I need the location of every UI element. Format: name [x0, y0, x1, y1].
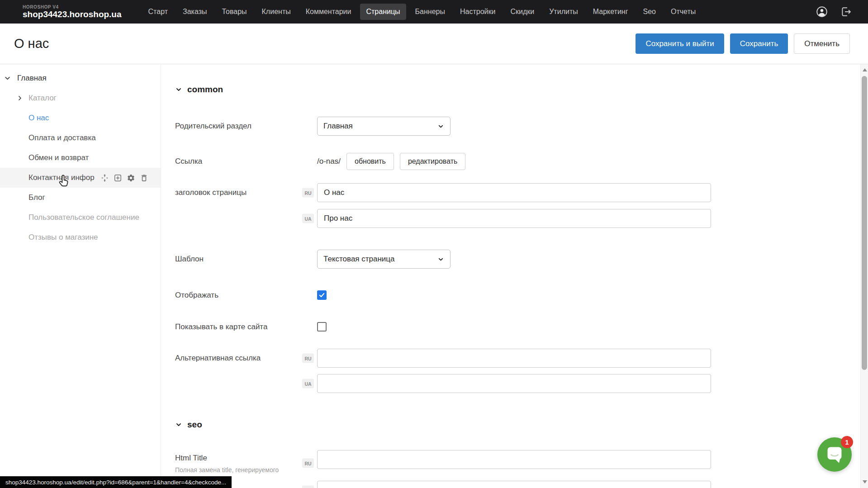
top-nav: HOROSHOP V4 shop34423.horoshop.ua Старт … — [0, 0, 868, 24]
page: HOROSHOP V4 shop34423.horoshop.ua Старт … — [0, 0, 868, 488]
cancel-button[interactable]: Отменить — [794, 33, 850, 54]
tree-item-label: Оплата и доставка — [28, 133, 96, 142]
link-update-button[interactable]: обновить — [346, 153, 394, 170]
status-url: shop34423.horoshop.ua/edit/edit.php?id=6… — [5, 479, 226, 486]
field-alt-link-ua: UA — [175, 374, 868, 393]
tree-item-home[interactable]: Главная — [0, 68, 161, 88]
save-button[interactable]: Сохранить — [730, 33, 788, 54]
page-header: О нас Сохранить и выйти Сохранить Отмени… — [0, 24, 868, 64]
nav-item-start[interactable]: Старт — [142, 4, 174, 20]
nav-item-orders[interactable]: Заказы — [177, 4, 213, 20]
section-seo[interactable]: seo — [175, 420, 868, 430]
field-label: Шаблон — [175, 255, 204, 264]
sitemap-checkbox[interactable] — [317, 322, 327, 332]
tree-item-label: Каталог — [28, 94, 57, 103]
alt-link-ua-input[interactable] — [317, 374, 711, 393]
settings-icon[interactable] — [127, 174, 135, 182]
html-title-ua-input[interactable] — [317, 481, 711, 488]
nav-menu: Старт Заказы Товары Клиенты Комментарии … — [142, 4, 702, 20]
logo-domain: shop34423.horoshop.ua — [23, 10, 122, 19]
field-html-title-ua: UA — [175, 481, 868, 488]
section-title: seo — [187, 420, 202, 430]
field-label: Отображать — [175, 291, 218, 300]
tree-item-label: О нас — [28, 114, 49, 123]
tree-item-label: Контактная инфор — [28, 173, 95, 182]
page-title-ru-input[interactable] — [317, 183, 711, 202]
vertical-scrollbar — [860, 64, 868, 488]
page-title: О нас — [14, 36, 49, 51]
check-icon — [318, 292, 325, 298]
template-select[interactable]: Текстовая страница — [317, 250, 451, 269]
scroll-down-arrow[interactable] — [861, 478, 868, 485]
tree-item-label: Блог — [28, 193, 45, 202]
lang-tag-ua: UA — [302, 214, 314, 223]
nav-item-clients[interactable]: Клиенты — [256, 4, 297, 20]
lang-tag-ru: RU — [302, 459, 314, 468]
field-label: Родительский раздел — [175, 122, 251, 131]
tree-item-label: Главная — [17, 74, 47, 83]
lang-tag-ru: RU — [302, 354, 314, 363]
link-path: /o-nas/ — [317, 157, 341, 166]
lang-tag-ua: UA — [302, 486, 314, 488]
logo[interactable]: HOROSHOP V4 shop34423.horoshop.ua — [23, 5, 122, 19]
scrollbar-thumb[interactable] — [862, 76, 867, 370]
account-icon[interactable] — [816, 6, 828, 18]
nav-item-discounts[interactable]: Скидки — [504, 4, 540, 20]
chat-unread-badge: 1 — [841, 436, 853, 448]
tree-item-label: Обмен и возврат — [28, 153, 89, 162]
logo-version: HOROSHOP V4 — [23, 5, 122, 9]
field-html-title-ru: Html Title Полная замена title, генериру… — [175, 450, 868, 474]
tree-item-about-us[interactable]: О нас — [0, 108, 161, 128]
chevron-down-icon[interactable] — [4, 75, 11, 82]
save-and-exit-button[interactable]: Сохранить и выйти — [636, 33, 724, 54]
page-title-ua-input[interactable] — [317, 209, 711, 228]
header-buttons: Сохранить и выйти Сохранить Отменить — [636, 33, 850, 54]
tree-item-user-agreement[interactable]: Пользовательское соглашение — [0, 208, 161, 227]
chevron-right-icon[interactable] — [16, 95, 24, 102]
nav-item-banners[interactable]: Баннеры — [409, 4, 451, 20]
field-label: Ссылка — [175, 157, 202, 166]
tree-item-contact-info[interactable]: Контактная инфор — [0, 168, 161, 188]
chevron-down-icon — [175, 86, 182, 93]
lang-tag-ua: UA — [302, 379, 314, 389]
select-value: Текстовая страница — [323, 255, 395, 264]
move-icon[interactable] — [100, 174, 109, 182]
nav-item-products[interactable]: Товары — [216, 4, 253, 20]
nav-item-reports[interactable]: Отчеты — [665, 4, 702, 20]
parent-section-select[interactable]: Главная — [317, 117, 451, 136]
nav-item-utilities[interactable]: Утилиты — [543, 4, 584, 20]
nav-item-marketing[interactable]: Маркетинг — [587, 4, 634, 20]
nav-item-comments[interactable]: Комментарии — [300, 4, 357, 20]
nav-item-pages[interactable]: Страницы — [360, 4, 406, 20]
field-label: Альтернативная ссылка — [175, 354, 261, 363]
link-edit-button[interactable]: редактировать — [400, 153, 465, 170]
field-label: Показывать в карте сайта — [175, 322, 267, 332]
pages-tree-sidebar: Главная Каталог О нас Оплата и доставка … — [0, 64, 161, 488]
nav-item-seo[interactable]: Seo — [637, 4, 662, 20]
display-checkbox[interactable] — [317, 290, 327, 300]
chat-widget-button[interactable]: 1 — [817, 437, 852, 472]
field-parent-section: Родительский раздел Главная — [175, 117, 868, 136]
scroll-up-arrow[interactable] — [861, 66, 868, 73]
tree-item-payment-delivery[interactable]: Оплата и доставка — [0, 128, 161, 148]
field-hint: Полная замена title, генерируемого — [175, 466, 317, 474]
trash-icon[interactable] — [140, 174, 148, 182]
alt-link-ru-input[interactable] — [317, 349, 711, 368]
field-page-title-ua: UA — [175, 209, 868, 228]
tree-item-label: Пользовательское соглашение — [28, 213, 139, 222]
tree-item-store-reviews[interactable]: Отзывы о магазине — [0, 227, 161, 247]
tree-item-blog[interactable]: Блог — [0, 188, 161, 208]
nav-item-settings[interactable]: Настройки — [454, 4, 501, 20]
logout-icon[interactable] — [840, 6, 852, 18]
section-common[interactable]: common — [175, 85, 868, 95]
field-display: Отображать — [175, 290, 868, 300]
add-icon[interactable] — [114, 174, 122, 182]
content: Главная Каталог О нас Оплата и доставка … — [0, 64, 868, 488]
tree-item-exchange-return[interactable]: Обмен и возврат — [0, 148, 161, 168]
field-template: Шаблон Текстовая страница — [175, 250, 868, 269]
tree-item-catalog[interactable]: Каталог — [0, 88, 161, 108]
field-alt-link-ru: Альтернативная ссылка RU — [175, 349, 868, 368]
field-label: Html Title — [175, 454, 317, 463]
page-edit-form: common Родительский раздел Главная Ссылк… — [161, 64, 868, 488]
html-title-ru-input[interactable] — [317, 450, 711, 469]
